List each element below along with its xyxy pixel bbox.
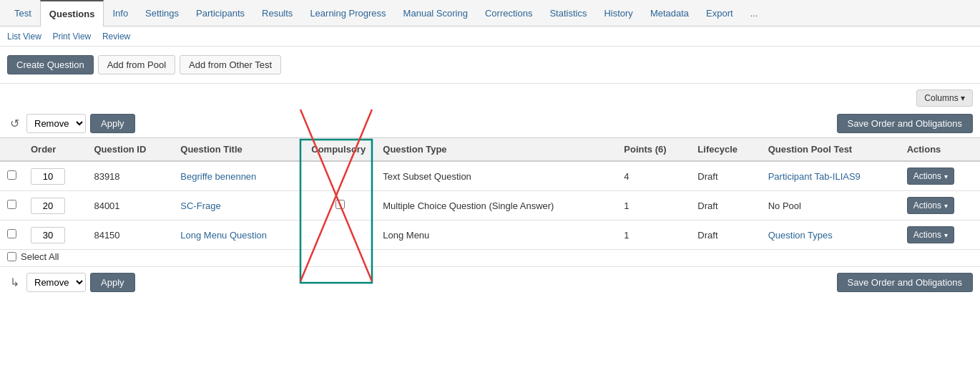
reset-icon[interactable]: ↺ bbox=[7, 115, 22, 132]
points-2: 1 bbox=[617, 221, 690, 250]
question-id-0: 83918 bbox=[87, 161, 173, 191]
questions-table: Order Question ID Question Title Compuls… bbox=[0, 137, 980, 250]
compulsory-cell-2 bbox=[304, 221, 376, 250]
actions-button-0[interactable]: Actions ▾ bbox=[907, 168, 954, 185]
row-checkbox-1[interactable] bbox=[7, 200, 16, 209]
tab-corrections[interactable]: Corrections bbox=[476, 1, 541, 26]
select-all-checkbox[interactable] bbox=[7, 252, 16, 261]
col-question-type: Question Type bbox=[376, 138, 617, 162]
table-row: 84001SC-FrageMultiple Choice Question (S… bbox=[0, 191, 980, 221]
order-input-2[interactable] bbox=[31, 227, 65, 243]
actions-button-2[interactable]: Actions ▾ bbox=[907, 226, 954, 243]
tab-questions[interactable]: Questions bbox=[40, 0, 104, 26]
add-from-other-test-button[interactable]: Add from Other Test bbox=[180, 55, 281, 74]
points-1: 1 bbox=[617, 191, 690, 221]
order-input-0[interactable] bbox=[31, 168, 65, 185]
question-title-link-2[interactable]: Long Menu Question bbox=[180, 230, 267, 241]
tab-statistics[interactable]: Statistics bbox=[541, 1, 595, 26]
tab-participants[interactable]: Participants bbox=[187, 1, 253, 26]
apply-button-bottom[interactable]: Apply bbox=[90, 273, 135, 292]
tab-export[interactable]: Export bbox=[697, 1, 742, 26]
question-type-2: Long Menu bbox=[376, 221, 617, 250]
bottom-actions-left: ↳ Remove Apply bbox=[7, 273, 135, 292]
question-type-0: Text Subset Question bbox=[376, 161, 617, 191]
bottom-actions-bar: ↳ Remove Apply Save Order and Obligation… bbox=[0, 266, 980, 298]
save-order-button-bottom[interactable]: Save Order and Obligations bbox=[837, 273, 973, 292]
tab-results[interactable]: Results bbox=[253, 1, 301, 26]
tab-history[interactable]: History bbox=[595, 1, 641, 26]
tab-manual-scoring[interactable]: Manual Scoring bbox=[395, 1, 476, 26]
col-checkbox bbox=[0, 138, 24, 162]
col-order: Order bbox=[24, 138, 87, 162]
col-actions: Actions bbox=[900, 138, 980, 162]
top-actions-bar: ↺ Remove Apply Save Order and Obligation… bbox=[0, 110, 980, 137]
points-0: 4 bbox=[617, 161, 690, 191]
table-row: 83918Begriffe benennenText Subset Questi… bbox=[0, 161, 980, 191]
tab-learning-progress[interactable]: Learning Progress bbox=[301, 1, 394, 26]
col-question-id: Question ID bbox=[87, 138, 173, 162]
select-all-area: Select All bbox=[0, 250, 980, 266]
compulsory-checkbox-1[interactable] bbox=[335, 200, 345, 209]
actions-left: ↺ Remove Apply bbox=[7, 114, 135, 133]
lifecycle-1: Draft bbox=[690, 191, 760, 221]
tab-more[interactable]: ... bbox=[742, 1, 767, 26]
apply-button-top[interactable]: Apply bbox=[90, 114, 135, 133]
create-question-button[interactable]: Create Question bbox=[7, 55, 94, 74]
lifecycle-0: Draft bbox=[690, 161, 760, 191]
save-order-right: Save Order and Obligations bbox=[837, 114, 973, 133]
question-title-link-0[interactable]: Begriffe benennen bbox=[180, 171, 256, 182]
question-type-1: Multiple Choice Question (Single Answer) bbox=[376, 191, 617, 221]
question-title-link-1[interactable]: SC-Frage bbox=[180, 200, 220, 211]
row-checkbox-0[interactable] bbox=[7, 170, 16, 180]
tab-info[interactable]: Info bbox=[104, 1, 137, 26]
row-checkbox-2[interactable] bbox=[7, 229, 16, 238]
tab-metadata[interactable]: Metadata bbox=[642, 1, 697, 26]
action-select-top[interactable]: Remove bbox=[26, 114, 86, 133]
sublink-print-view[interactable]: Print View bbox=[52, 32, 91, 42]
col-pool-test: Question Pool Test bbox=[761, 138, 900, 162]
sublink-list-view[interactable]: List View bbox=[7, 32, 41, 42]
pool-test-link-0[interactable]: Participant Tab-ILIAS9 bbox=[768, 171, 861, 182]
save-order-bottom-right: Save Order and Obligations bbox=[837, 273, 973, 292]
question-id-2: 84150 bbox=[87, 221, 173, 250]
tab-settings[interactable]: Settings bbox=[137, 1, 187, 26]
pool-test-1: No Pool bbox=[761, 191, 900, 221]
actions-button-1[interactable]: Actions ▾ bbox=[907, 197, 954, 214]
pool-test-link-2[interactable]: Question Types bbox=[768, 230, 833, 241]
compulsory-cell-1 bbox=[304, 191, 376, 221]
table-header-row: Order Question ID Question Title Compuls… bbox=[0, 138, 980, 162]
col-points: Points (6) bbox=[617, 138, 690, 162]
questions-table-wrapper: Order Question ID Question Title Compuls… bbox=[0, 137, 980, 250]
action-select-bottom[interactable]: Remove bbox=[26, 273, 86, 292]
select-all-label: Select All bbox=[21, 251, 59, 262]
question-toolbar: Create Question Add from Pool Add from O… bbox=[0, 47, 980, 84]
col-lifecycle: Lifecycle bbox=[690, 138, 760, 162]
save-order-button-top[interactable]: Save Order and Obligations bbox=[837, 114, 973, 133]
add-from-pool-button[interactable]: Add from Pool bbox=[98, 55, 175, 74]
reset-icon-bottom[interactable]: ↳ bbox=[7, 274, 22, 291]
columns-button[interactable]: Columns ▾ bbox=[916, 89, 973, 107]
question-id-1: 84001 bbox=[87, 191, 173, 221]
sub-navigation: List View Print View Review bbox=[0, 26, 980, 47]
lifecycle-2: Draft bbox=[690, 221, 760, 250]
sublink-review[interactable]: Review bbox=[102, 32, 130, 42]
top-navigation: Test Questions Info Settings Participant… bbox=[0, 0, 980, 26]
col-question-title: Question Title bbox=[173, 138, 304, 162]
table-row: 84150Long Menu QuestionLong Menu1DraftQu… bbox=[0, 221, 980, 250]
col-compulsory: Compulsory bbox=[304, 138, 376, 162]
columns-bar: Columns ▾ bbox=[0, 84, 980, 110]
order-input-1[interactable] bbox=[31, 198, 65, 214]
tab-test[interactable]: Test bbox=[6, 1, 40, 26]
compulsory-cell-0 bbox=[304, 161, 376, 191]
